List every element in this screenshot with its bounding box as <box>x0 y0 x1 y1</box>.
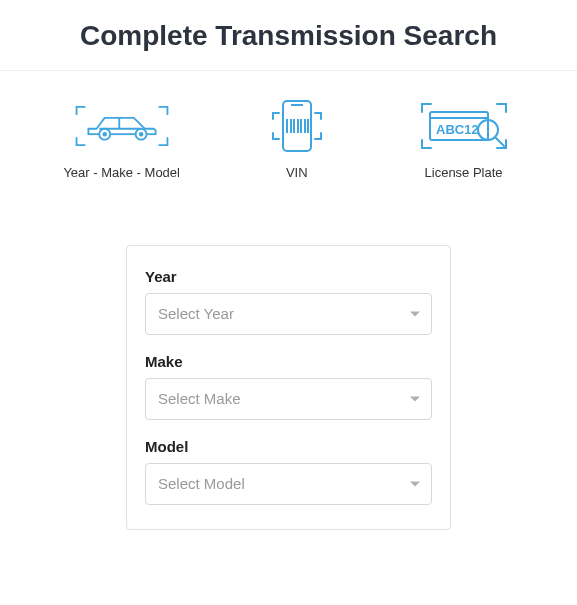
barcode-icon <box>247 101 347 151</box>
model-label: Model <box>145 438 432 455</box>
plate-icon: ABC12 <box>414 101 514 151</box>
tab-vin[interactable]: VIN <box>247 101 347 180</box>
model-select-value[interactable]: Select Model <box>145 463 432 505</box>
svg-text:ABC12: ABC12 <box>436 122 479 137</box>
model-select[interactable]: Select Model <box>145 463 432 505</box>
year-select[interactable]: Select Year <box>145 293 432 335</box>
search-form: Year Select Year Make Select Make Model … <box>126 245 451 530</box>
svg-point-3 <box>103 133 106 136</box>
make-group: Make Select Make <box>145 353 432 420</box>
tab-label: License Plate <box>425 165 503 180</box>
model-group: Model Select Model <box>145 438 432 505</box>
year-select-value[interactable]: Select Year <box>145 293 432 335</box>
year-label: Year <box>145 268 432 285</box>
tab-label: Year - Make - Model <box>63 165 180 180</box>
svg-line-19 <box>496 138 504 146</box>
tab-license-plate[interactable]: ABC12 License Plate <box>414 101 514 180</box>
search-method-tabs: Year - Make - Model V <box>0 71 577 190</box>
tab-label: VIN <box>286 165 308 180</box>
tab-year-make-model[interactable]: Year - Make - Model <box>63 101 180 180</box>
page-title: Complete Transmission Search <box>0 20 577 52</box>
make-select-value[interactable]: Select Make <box>145 378 432 420</box>
car-icon <box>72 101 172 151</box>
year-group: Year Select Year <box>145 268 432 335</box>
make-label: Make <box>145 353 432 370</box>
page-header: Complete Transmission Search <box>0 0 577 71</box>
svg-point-5 <box>139 133 142 136</box>
make-select[interactable]: Select Make <box>145 378 432 420</box>
